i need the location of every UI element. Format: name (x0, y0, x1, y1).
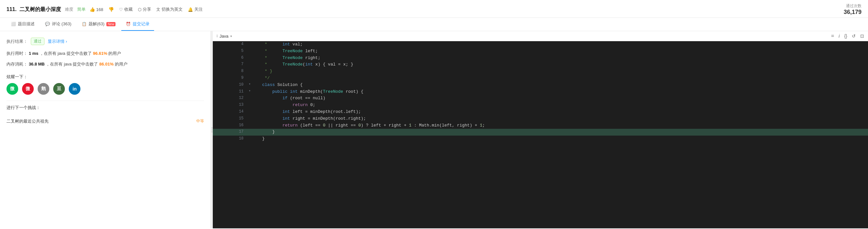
divider-dot-1 (212, 128, 213, 128)
equals-icon[interactable]: = (831, 33, 834, 39)
problem-title: 111. 二叉树的最小深度 (6, 6, 61, 13)
language-name: Java (220, 34, 228, 39)
fold-arrow (247, 102, 259, 109)
result-detail-link[interactable]: 显示详情 › (48, 39, 67, 44)
dislike-button[interactable]: 👎 (108, 7, 114, 12)
fold-arrow (247, 75, 259, 82)
linkedin-icon[interactable]: in (69, 83, 81, 95)
tab-solutions[interactable]: 📋 题解(63) New (77, 18, 120, 31)
line-number: 11 (213, 89, 247, 95)
title-left: 111. 二叉树的最小深度 难度 简单 👍 168 👎 ♡ 收藏 ⬡ 分享 文 (6, 6, 203, 13)
language-selector[interactable]: i Java ▾ (217, 34, 232, 39)
next-challenge-label: 进行下一个挑战： (6, 105, 40, 110)
memory-desc: ，在所有 java 提交中击败了 (46, 62, 98, 66)
pass-count-label: 通过次数 (844, 3, 862, 9)
line-number: 10 (213, 82, 247, 89)
challenge-item[interactable]: 二叉树的最近公共祖先 中等 (6, 115, 204, 128)
line-number: 8 (213, 68, 247, 75)
title-bar: 111. 二叉树的最小深度 难度 简单 👍 168 👎 ♡ 收藏 ⬡ 分享 文 (0, 0, 868, 18)
code-line: public int minDepth(TreeNode root) { (259, 89, 868, 95)
memory-label: 内存消耗： (6, 62, 28, 66)
line-number: 14 (213, 109, 247, 116)
social-title: 炫耀一下： (6, 74, 204, 80)
difficulty-value: 简单 (77, 6, 86, 12)
difficulty-label: 难度 (65, 6, 73, 12)
code-line: } (259, 136, 868, 142)
translate-icon: 文 (156, 7, 160, 12)
fold-arrow (247, 136, 259, 142)
line-number: 9 (213, 75, 247, 82)
comment-icon: 💬 (45, 22, 50, 26)
braces-icon[interactable]: {} (844, 33, 847, 39)
line-number: 18 (213, 136, 247, 142)
line-number: 12 (213, 95, 247, 102)
left-panel: 执行结果： 通过 显示详情 › 执行用时： 1 ms ，在所有 java 提交中… (0, 31, 211, 228)
tab-comments[interactable]: 💬 评论 (363) (40, 18, 76, 31)
dislike-icon: 👎 (108, 7, 114, 12)
doc-icon: ⬜ (11, 22, 16, 26)
action-buttons: 👍 168 👎 ♡ 收藏 ⬡ 分享 文 切换为英文 🔔 关注 (90, 6, 203, 12)
undo-icon[interactable]: ↺ (852, 33, 856, 39)
runtime-stat: 执行用时： 1 ms ，在所有 java 提交中击败了 96.61% 的用户 (6, 50, 204, 57)
line-number: 6 (213, 55, 247, 62)
like-icon: 👍 (90, 7, 95, 12)
fold-arrow (247, 68, 259, 75)
douban-icon[interactable]: 豆 (53, 83, 65, 95)
code-line: * int val; (259, 41, 868, 48)
expand-icon[interactable]: ⊡ (860, 33, 864, 39)
like-button[interactable]: 👍 168 (90, 7, 103, 12)
pass-count-value: 36,179 (844, 9, 862, 15)
challenge-name: 二叉树的最近公共祖先 (6, 119, 49, 124)
code-line: * } (259, 68, 868, 75)
line-number: 13 (213, 102, 247, 109)
memory-percent: 86.01% (99, 62, 114, 66)
social-icons: 微 微 鹅 豆 in (6, 83, 204, 95)
line-number: 7 (213, 61, 247, 68)
tab-problem[interactable]: ⬜ 题目描述 (6, 18, 39, 31)
runtime-suffix: 的用户 (108, 51, 121, 56)
code-line: if (root == null) (259, 95, 868, 102)
fold-arrow (247, 129, 259, 136)
runtime-value: 1 ms (29, 51, 39, 56)
fold-arrow (247, 55, 259, 62)
fold-arrow[interactable]: ▾ (247, 89, 259, 95)
code-line: */ (259, 75, 868, 82)
clock-icon: ⏰ (126, 22, 131, 26)
runtime-desc: ，在所有 java 提交中击败了 (39, 51, 92, 56)
fold-arrow (247, 61, 259, 68)
follow-button[interactable]: 🔔 关注 (188, 6, 203, 12)
share-button[interactable]: ⬡ 分享 (138, 6, 151, 12)
switch-lang-button[interactable]: 文 切换为英文 (156, 6, 183, 12)
fold-arrow (247, 95, 259, 102)
chevron-down-icon: ▾ (230, 34, 232, 38)
next-challenge-row: 进行下一个挑战： (6, 101, 204, 115)
line-number: 17 (213, 129, 247, 136)
runtime-percent: 96.61% (93, 51, 107, 56)
tab-submissions[interactable]: ⏰ 提交记录 (121, 18, 154, 31)
heart-icon: ♡ (119, 7, 123, 12)
code-line: * TreeNode(int x) { val = x; } (259, 61, 868, 68)
fold-arrow (247, 109, 259, 116)
code-line: return 0; (259, 102, 868, 109)
memory-value: 36.8 MB (29, 62, 45, 66)
memory-suffix: 的用户 (115, 62, 127, 66)
result-status: 通过 (31, 38, 44, 45)
code-line: class Solution { (259, 82, 868, 89)
result-row: 执行结果： 通过 显示详情 › (6, 38, 204, 45)
qq-icon[interactable]: 鹅 (38, 83, 49, 95)
fold-arrow[interactable]: ▾ (247, 82, 259, 89)
solution-icon: 📋 (82, 22, 87, 26)
code-area[interactable]: 4 * int val;5 * TreeNode left;6 * TreeNo… (213, 41, 868, 228)
weibo-icon[interactable]: 微 (22, 83, 34, 95)
code-editor: i Java ▾ = i {} ↺ ⊡ 4 * int val;5 * Tree… (213, 31, 868, 228)
code-line: * TreeNode left; (259, 48, 868, 55)
fold-arrow (247, 48, 259, 55)
wechat-icon[interactable]: 微 (6, 83, 18, 95)
line-number: 5 (213, 48, 247, 55)
line-number: 16 (213, 122, 247, 129)
collect-button[interactable]: ♡ 收藏 (119, 6, 133, 12)
code-line: return (left == 0 || right == 0) ? left … (259, 122, 868, 129)
share-icon: ⬡ (138, 7, 142, 12)
info-icon[interactable]: i (839, 33, 840, 39)
code-line: * TreeNode right; (259, 55, 868, 62)
